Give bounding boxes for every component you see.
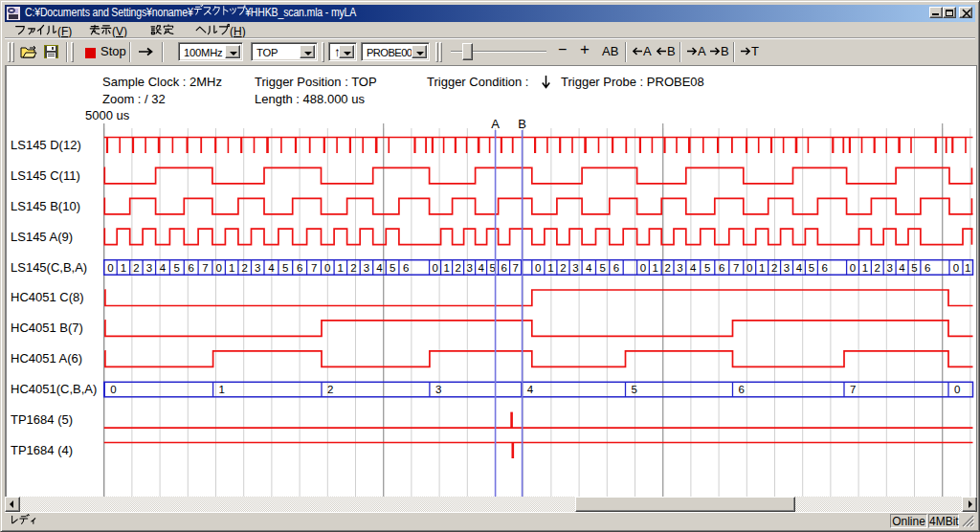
- svg-text:1: 1: [229, 262, 234, 274]
- svg-text:1: 1: [547, 262, 553, 274]
- svg-text:6: 6: [188, 262, 193, 274]
- svg-text:2: 2: [350, 262, 356, 274]
- svg-text:0: 0: [432, 262, 437, 274]
- svg-text:5: 5: [282, 262, 288, 274]
- svg-text:TP1684 (5): TP1684 (5): [11, 412, 73, 427]
- svg-text:Length : 488.000 us: Length : 488.000 us: [255, 92, 365, 106]
- svg-text:3: 3: [255, 262, 260, 274]
- svg-text:4: 4: [478, 262, 484, 274]
- svg-text:1: 1: [653, 262, 658, 274]
- svg-text:1: 1: [338, 262, 344, 274]
- svg-text:4: 4: [376, 262, 383, 274]
- svg-text:3: 3: [364, 262, 369, 274]
- svg-text:LS145 C(11): LS145 C(11): [11, 168, 80, 183]
- svg-text:A: A: [491, 117, 500, 131]
- svg-text:0: 0: [640, 262, 646, 274]
- svg-text:Trigger Probe : PROBE08: Trigger Probe : PROBE08: [561, 75, 704, 89]
- svg-text:Sample Clock : 2MHz: Sample Clock : 2MHz: [102, 75, 222, 89]
- svg-text:1: 1: [121, 262, 126, 274]
- svg-text:2: 2: [327, 384, 333, 395]
- svg-text:6: 6: [613, 262, 619, 274]
- svg-text:3: 3: [466, 262, 472, 274]
- svg-text:0: 0: [107, 262, 113, 274]
- svg-text:1: 1: [862, 262, 868, 274]
- svg-text:3: 3: [572, 262, 578, 274]
- svg-text:0: 0: [954, 384, 960, 395]
- svg-text:Zoom : / 32: Zoom : / 32: [102, 92, 166, 106]
- svg-text:HC4051 B(7): HC4051 B(7): [11, 321, 83, 335]
- svg-text:5: 5: [632, 384, 637, 395]
- svg-text:6: 6: [924, 262, 930, 274]
- svg-text:2: 2: [560, 262, 566, 274]
- svg-text:6: 6: [501, 262, 506, 274]
- svg-text:5: 5: [390, 262, 395, 274]
- svg-text:0: 0: [324, 262, 330, 274]
- svg-text:3: 3: [886, 262, 892, 274]
- svg-text:6: 6: [297, 262, 302, 274]
- svg-text:6: 6: [821, 262, 827, 274]
- svg-text:LS145 A(9): LS145 A(9): [11, 230, 73, 244]
- svg-text:HC4051(C,B,A): HC4051(C,B,A): [11, 382, 97, 396]
- svg-text:B: B: [518, 117, 526, 131]
- svg-text:5000 us: 5000 us: [85, 108, 130, 122]
- svg-text:2: 2: [241, 262, 247, 274]
- svg-text:LS145 B(10): LS145 B(10): [11, 199, 80, 213]
- svg-text:2: 2: [771, 262, 777, 274]
- svg-text:2: 2: [875, 262, 880, 274]
- svg-text:4: 4: [160, 262, 167, 274]
- svg-text:0: 0: [215, 262, 221, 274]
- svg-text:3: 3: [677, 262, 682, 274]
- svg-text:4: 4: [796, 262, 803, 274]
- svg-text:3: 3: [435, 384, 441, 395]
- svg-text:TP1684 (4): TP1684 (4): [11, 443, 73, 457]
- svg-text:7: 7: [202, 262, 208, 274]
- svg-text:4: 4: [586, 262, 592, 274]
- svg-text:5: 5: [599, 262, 605, 274]
- svg-text:HC4051 A(6): HC4051 A(6): [11, 351, 82, 366]
- svg-text:5: 5: [809, 262, 814, 274]
- svg-text:6: 6: [739, 384, 745, 395]
- svg-text:4: 4: [899, 262, 905, 274]
- svg-text:4: 4: [690, 262, 697, 274]
- svg-text:7: 7: [512, 262, 518, 274]
- svg-text:0: 0: [110, 384, 116, 395]
- svg-text:7: 7: [733, 262, 739, 274]
- svg-text:0: 0: [850, 262, 856, 274]
- svg-text:6: 6: [403, 262, 409, 274]
- svg-text:6: 6: [719, 262, 724, 274]
- svg-text:3: 3: [146, 262, 152, 274]
- svg-text:7: 7: [311, 262, 317, 274]
- svg-text:5: 5: [174, 262, 180, 274]
- svg-text:4: 4: [268, 262, 275, 274]
- svg-text:5: 5: [704, 262, 710, 274]
- svg-text:1: 1: [219, 384, 225, 395]
- svg-text:0: 0: [953, 262, 959, 274]
- svg-text:1: 1: [759, 262, 765, 274]
- svg-text:2: 2: [664, 262, 670, 274]
- svg-text:LS145 D(12): LS145 D(12): [11, 138, 81, 152]
- svg-text:0: 0: [746, 262, 752, 274]
- svg-text:LS145(C,B,A): LS145(C,B,A): [11, 260, 87, 275]
- svg-text:4: 4: [527, 384, 534, 395]
- svg-text:Trigger Position : TOP: Trigger Position : TOP: [255, 75, 377, 89]
- svg-text:7: 7: [850, 384, 856, 395]
- svg-text:3: 3: [784, 262, 790, 274]
- svg-text:5: 5: [911, 262, 917, 274]
- svg-text:2: 2: [455, 262, 460, 274]
- svg-text:HC4051 C(8): HC4051 C(8): [11, 290, 84, 304]
- svg-text:1: 1: [965, 262, 970, 274]
- svg-text:2: 2: [133, 262, 139, 274]
- svg-text:Trigger Condition :: Trigger Condition :: [427, 75, 528, 89]
- svg-text:1: 1: [443, 262, 449, 274]
- svg-text:0: 0: [535, 262, 541, 274]
